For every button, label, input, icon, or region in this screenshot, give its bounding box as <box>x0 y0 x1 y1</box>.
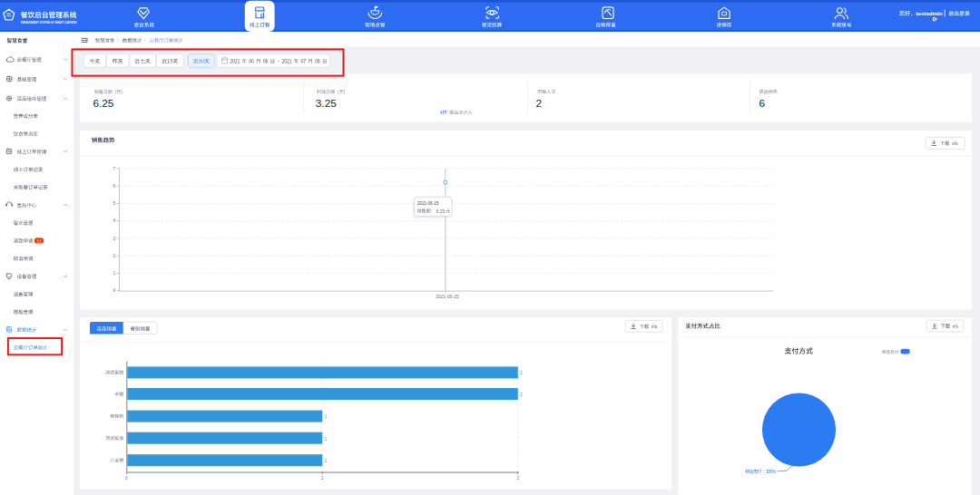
svg-text:testadmin: testadmin <box>916 10 942 16</box>
svg-text:6: 6 <box>113 184 116 189</box>
svg-text:0: 0 <box>113 288 116 293</box>
svg-text:1: 1 <box>325 437 328 442</box>
svg-text:5: 5 <box>113 201 116 206</box>
svg-text:MANAGEMENT SYSTEM OF SMART CAN: MANAGEMENT SYSTEM OF SMART CANTEEN <box>21 21 76 24</box>
svg-text:6: 6 <box>760 97 766 110</box>
svg-text:0: 0 <box>125 476 128 480</box>
svg-text:1: 1 <box>325 459 328 463</box>
svg-text:2: 2 <box>535 97 542 110</box>
svg-text:2: 2 <box>516 476 519 480</box>
svg-text:1: 1 <box>325 414 328 419</box>
svg-text:6.25: 6.25 <box>436 209 446 214</box>
svg-text:2: 2 <box>520 371 523 375</box>
svg-text:2021-06-15: 2021-06-15 <box>417 201 439 206</box>
svg-text:2: 2 <box>113 254 116 258</box>
svg-text:7: 7 <box>113 167 116 171</box>
svg-text:1: 1 <box>321 476 324 480</box>
svg-text:3.25: 3.25 <box>316 97 337 110</box>
svg-text:6.25: 6.25 <box>93 97 113 110</box>
svg-text:2021-06-15: 2021-06-15 <box>436 294 459 299</box>
svg-text:4: 4 <box>113 218 116 223</box>
svg-text:3: 3 <box>113 237 116 241</box>
svg-text:1: 1 <box>113 271 116 276</box>
svg-text:2: 2 <box>520 393 523 397</box>
